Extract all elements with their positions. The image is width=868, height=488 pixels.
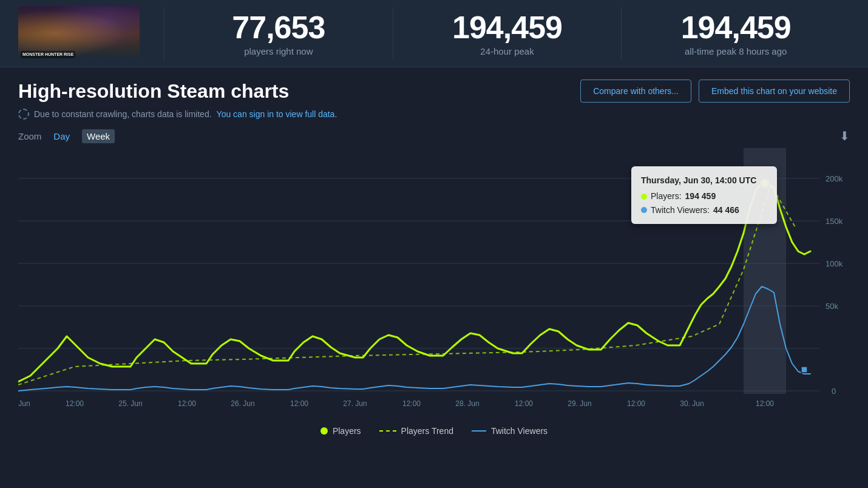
- svg-rect-14: [801, 367, 807, 373]
- page-title: High-resolution Steam charts: [18, 80, 289, 103]
- stat-current-players: 77,653 players right now: [164, 7, 393, 59]
- alltime-peak-number: 194,459: [634, 10, 838, 45]
- legend-twitch: Twitch Viewers: [472, 426, 548, 436]
- legend-players-dot: [320, 427, 328, 435]
- legend-players-label: Players: [333, 426, 361, 436]
- 24h-peak-number: 194,459: [405, 10, 609, 45]
- zoom-week-button[interactable]: Week: [82, 129, 115, 143]
- stat-24h-peak: 194,459 24-hour peak: [393, 7, 622, 59]
- notice-text: Due to constant crawling, charts data is…: [34, 109, 212, 119]
- notice-icon: [18, 109, 29, 120]
- legend-trend-dash: [379, 430, 396, 432]
- current-players-number: 77,653: [177, 10, 381, 45]
- alltime-peak-label: all-time peak 8 hours ago: [634, 46, 838, 56]
- svg-text:12:00: 12:00: [402, 399, 421, 408]
- legend-trend-label: Players Trend: [401, 426, 453, 436]
- game-name: MONSTER HUNTER RISE: [21, 51, 75, 58]
- chart-legend: Players Players Trend Twitch Viewers: [18, 421, 850, 438]
- svg-text:0: 0: [832, 387, 836, 396]
- svg-rect-0: [18, 148, 850, 415]
- legend-twitch-label: Twitch Viewers: [491, 426, 548, 436]
- svg-text:27. Jun: 27. Jun: [343, 399, 367, 408]
- embed-button[interactable]: Embed this chart on your website: [699, 80, 850, 103]
- svg-point-13: [760, 178, 770, 188]
- legend-twitch-line: [472, 430, 486, 432]
- svg-text:29. Jun: 29. Jun: [568, 399, 591, 408]
- zoom-label: Zoom: [18, 131, 41, 141]
- legend-trend: Players Trend: [379, 426, 453, 436]
- svg-text:25. Jun: 25. Jun: [118, 399, 142, 408]
- chart-container: Thursday, Jun 30, 14:00 UTC Players: 194…: [18, 148, 850, 415]
- stats-bar: MONSTER HUNTER RISE 77,653 players right…: [0, 0, 868, 67]
- svg-text:12:00: 12:00: [756, 399, 774, 408]
- chart-svg: 200k 150k 100k 50k 0 24. Jun 12: [18, 148, 850, 415]
- notice-bar: Due to constant crawling, charts data is…: [18, 109, 850, 120]
- svg-text:150k: 150k: [826, 217, 843, 226]
- zoom-day-button[interactable]: Day: [49, 129, 75, 143]
- svg-text:200k: 200k: [826, 174, 843, 183]
- zoom-row: Zoom Day Week ⬇: [18, 129, 850, 143]
- main-content: High-resolution Steam charts Compare wit…: [0, 67, 868, 444]
- compare-button[interactable]: Compare with others...: [580, 80, 691, 103]
- stat-alltime-peak: 194,459 all-time peak 8 hours ago: [621, 7, 850, 59]
- svg-text:12:00: 12:00: [178, 399, 196, 408]
- current-players-label: players right now: [177, 46, 381, 56]
- signin-link[interactable]: You can sign in to view full data.: [217, 109, 337, 119]
- game-thumbnail: MONSTER HUNTER RISE: [18, 6, 140, 61]
- svg-text:12:00: 12:00: [290, 399, 308, 408]
- svg-text:28. Jun: 28. Jun: [455, 399, 479, 408]
- 24h-peak-label: 24-hour peak: [405, 46, 609, 56]
- svg-text:30. Jun: 30. Jun: [680, 399, 704, 408]
- svg-text:100k: 100k: [826, 259, 843, 268]
- legend-players: Players: [320, 426, 361, 436]
- svg-text:50k: 50k: [826, 302, 838, 311]
- svg-text:12:00: 12:00: [66, 399, 84, 408]
- download-icon[interactable]: ⬇: [839, 129, 850, 143]
- svg-text:26. Jun: 26. Jun: [231, 399, 254, 408]
- header-row: High-resolution Steam charts Compare wit…: [18, 80, 850, 103]
- header-buttons: Compare with others... Embed this chart …: [580, 80, 850, 103]
- svg-text:12:00: 12:00: [515, 399, 533, 408]
- svg-text:12:00: 12:00: [627, 399, 645, 408]
- svg-text:24. Jun: 24. Jun: [18, 399, 30, 408]
